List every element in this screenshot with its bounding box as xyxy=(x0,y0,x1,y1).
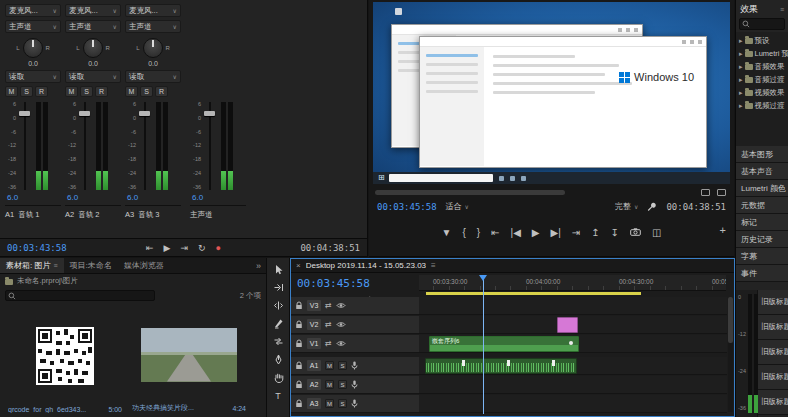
track-lane-v3[interactable] xyxy=(419,297,727,315)
panel-tab-legacy-title[interactable]: 旧版标题 xyxy=(758,290,788,315)
qr-code-thumbnail[interactable] xyxy=(36,327,94,385)
audio-clip[interactable] xyxy=(425,358,577,374)
effects-folder[interactable]: ▸音频过渡 xyxy=(736,73,788,86)
panel-tab-legacy-title[interactable]: 旧版标题 xyxy=(758,340,788,365)
panel-menu-icon[interactable]: ≡ xyxy=(53,262,57,269)
program-video-display[interactable]: Windows 10 ⊞ xyxy=(373,2,730,184)
sync-lock-icon[interactable]: ⇄ xyxy=(325,340,332,348)
zoom-level-select[interactable]: 适合∨ xyxy=(446,201,469,212)
track-lane-a1[interactable] xyxy=(419,357,727,375)
panel-menu-icon[interactable]: ≡ xyxy=(780,6,784,13)
chevron-right-icon[interactable]: ▸ xyxy=(739,50,743,58)
pen-tool-button[interactable] xyxy=(271,353,286,366)
tab-bin-images[interactable]: 素材箱: 图片≡ xyxy=(0,258,64,273)
effects-search-input[interactable] xyxy=(752,21,782,28)
solo-button[interactable]: S xyxy=(20,86,33,97)
chevron-right-icon[interactable]: ▸ xyxy=(739,89,743,97)
track-lane-a3[interactable] xyxy=(419,395,727,413)
fader-db-value[interactable]: 6.0 xyxy=(127,193,181,203)
solo-button[interactable]: S xyxy=(80,86,93,97)
record-arm-button[interactable]: R xyxy=(155,86,168,97)
effects-folder[interactable]: ▸Lumetri 预设 xyxy=(736,47,788,60)
effects-folder[interactable]: ▸音频效果 xyxy=(736,60,788,73)
eye-icon[interactable] xyxy=(336,321,346,328)
fader-handle[interactable] xyxy=(19,111,30,116)
chevron-right-icon[interactable]: ▸ xyxy=(739,37,743,45)
time-ruler[interactable]: 00:03:30:0000:04:00:0000:04:30:0000:05:0… xyxy=(419,275,726,291)
lock-icon[interactable] xyxy=(295,399,303,408)
panel-tab[interactable]: 元数据 xyxy=(736,197,788,214)
solo-button[interactable]: S xyxy=(338,399,347,408)
mark-in-button[interactable]: { xyxy=(462,227,465,238)
monitor-zoom-scrollbar[interactable] xyxy=(375,190,565,195)
solo-button[interactable]: S xyxy=(338,361,347,370)
track-lane-v1[interactable]: 嵌套序列6 xyxy=(419,335,727,353)
panel-tab[interactable]: 历史记录 xyxy=(736,231,788,248)
panel-tab[interactable]: 字幕 xyxy=(736,248,788,265)
mute-button[interactable]: M xyxy=(65,86,78,97)
master-track-label[interactable]: 主声道 xyxy=(190,210,213,220)
button-editor-button[interactable]: + xyxy=(720,224,726,236)
nested-sequence-clip[interactable]: 嵌套序列6 xyxy=(429,336,579,352)
work-area-bar[interactable] xyxy=(426,292,641,295)
effects-folder[interactable]: ▸预设 xyxy=(736,34,788,47)
add-marker-button[interactable]: ▼ xyxy=(442,227,452,238)
project-search[interactable] xyxy=(5,290,155,301)
extract-button[interactable]: ↧ xyxy=(611,227,619,238)
track-lane-a2[interactable] xyxy=(419,376,727,394)
lock-icon[interactable] xyxy=(295,301,303,310)
play-button[interactable]: ▶ xyxy=(532,227,540,238)
automation-mode-select[interactable]: 读取∨ xyxy=(125,70,181,83)
track-target-badge[interactable]: V1 xyxy=(307,338,321,349)
mixer-timecode[interactable]: 00:03:43:58 xyxy=(7,243,67,253)
mark-out-button[interactable]: } xyxy=(477,227,480,238)
timeline-timecode[interactable]: 00:03:45:58 xyxy=(297,277,370,290)
monitor-option-icon[interactable] xyxy=(717,189,726,196)
solo-button[interactable]: S xyxy=(338,380,347,389)
play-button[interactable]: ▶ xyxy=(164,243,171,253)
type-tool-button[interactable]: T xyxy=(271,389,286,402)
pan-value[interactable]: 0.0 xyxy=(125,60,181,70)
eye-icon[interactable] xyxy=(336,340,346,347)
mic-icon[interactable] xyxy=(351,361,358,370)
lock-icon[interactable] xyxy=(295,361,303,370)
project-search-input[interactable] xyxy=(18,292,152,299)
mute-button[interactable]: M xyxy=(325,399,334,408)
monitor-option-icon[interactable] xyxy=(701,189,710,196)
input-select[interactable]: 麦克风...∨ xyxy=(5,4,61,17)
input-select[interactable]: 麦克风...∨ xyxy=(65,4,121,17)
automation-mode-select[interactable]: 读取∨ xyxy=(5,70,61,83)
track-target-badge[interactable]: V2 xyxy=(307,319,321,330)
go-to-out-button[interactable]: ⇥ xyxy=(180,243,188,253)
panel-menu-icon[interactable]: ≡ xyxy=(431,261,436,270)
mute-button[interactable]: M xyxy=(5,86,18,97)
panel-tab[interactable]: 基本图形 xyxy=(736,146,788,163)
effects-search[interactable] xyxy=(739,18,785,30)
volume-fader[interactable] xyxy=(138,102,151,190)
sync-lock-icon[interactable]: ⇄ xyxy=(325,302,332,310)
item-name[interactable]: 功夫经典搞笑片段... xyxy=(132,403,194,413)
effects-folder[interactable]: ▸视频过渡 xyxy=(736,99,788,112)
tab-overflow-icon[interactable]: » xyxy=(251,258,266,273)
project-item-video[interactable]: 功夫经典搞笑片段...4:24 xyxy=(132,308,246,413)
lock-icon[interactable] xyxy=(295,320,303,329)
volume-fader[interactable] xyxy=(78,102,91,190)
item-name[interactable]: qrcode_for_gh_6ed343... xyxy=(8,406,86,413)
track-lane-v2[interactable] xyxy=(419,316,727,334)
tab-effects[interactable]: 效果 xyxy=(740,3,758,16)
panel-tab[interactable]: 基本声音 xyxy=(736,163,788,180)
pan-value[interactable]: 0.0 xyxy=(5,60,61,70)
close-icon[interactable]: × xyxy=(296,261,301,270)
tab-media-browser[interactable]: 媒体浏览器 xyxy=(118,258,170,273)
volume-fader[interactable] xyxy=(18,102,31,190)
record-button[interactable]: ● xyxy=(216,243,221,253)
track-target-badge[interactable]: A3 xyxy=(307,398,321,409)
mic-icon[interactable] xyxy=(351,380,358,389)
loop-button[interactable]: ↻ xyxy=(198,243,206,253)
razor-tool-button[interactable] xyxy=(271,317,286,330)
project-item-qrcode[interactable]: qrcode_for_gh_6ed343...5:00 xyxy=(8,308,122,413)
fader-db-value[interactable]: 6.0 xyxy=(192,193,246,203)
output-select[interactable]: 主声道∨ xyxy=(65,20,121,33)
panel-tab-legacy-title[interactable]: 旧版标题 xyxy=(758,390,788,415)
track-name[interactable]: 音轨 3 xyxy=(138,210,159,220)
